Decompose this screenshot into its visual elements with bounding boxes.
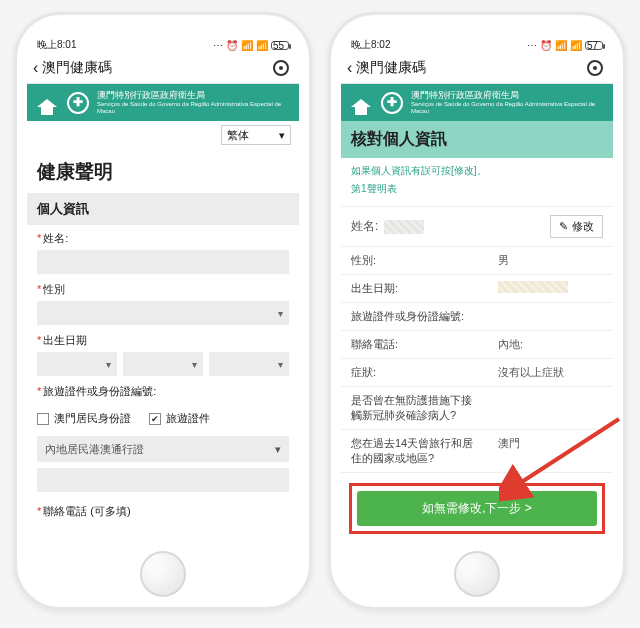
home-icon[interactable] <box>35 91 59 115</box>
table-row: 出生日期: <box>341 275 613 303</box>
table-row: 聯絡電話:內地: <box>341 331 613 359</box>
field-gender: *性別 ▾ <box>27 276 299 327</box>
field-name: *姓名: <box>27 225 299 276</box>
chevron-down-icon: ▾ <box>279 129 285 142</box>
nav-bar: ‹ 澳門健康碼 <box>341 53 613 84</box>
signal-icon: 📶 <box>555 40 567 51</box>
phone-right: 晚上8:02 ⋯ ⏰ 📶 📶 57 ‹ 澳門健康碼 ✚ <box>328 12 626 610</box>
masked-value <box>498 281 568 293</box>
info-table: 性別:男 出生日期: 旅遊證件或身份證編號: 聯絡電話:內地: 症狀:沒有以上症… <box>341 247 613 473</box>
status-icons: ⋯ ⏰ 📶 📶 57 <box>527 40 603 51</box>
dots-icon: ⋯ <box>527 40 537 51</box>
dots-icon: ⋯ <box>213 40 223 51</box>
signal-icon: 📶 <box>241 40 253 51</box>
table-row: 症狀:沒有以上症狀 <box>341 359 613 387</box>
field-phone: *聯絡電話 (可多填) <box>27 498 299 525</box>
section-personal-info: 個人資訊 <box>27 193 299 225</box>
battery-icon: 55 <box>271 41 289 50</box>
gender-select[interactable]: ▾ <box>37 301 289 325</box>
next-step-button[interactable]: 如無需修改,下一步 > <box>357 491 597 526</box>
check-macau-id[interactable]: 澳門居民身份證 <box>37 411 131 426</box>
hint-block: 如果個人資訊有誤可按[修改]。 第1聲明表 <box>341 158 613 202</box>
nav-title: 澳門健康碼 <box>42 59 112 77</box>
header-line1: 澳門特別行政區政府衛生局 <box>97 90 291 101</box>
cta-highlight: 如無需修改,下一步 > <box>349 483 605 534</box>
target-icon[interactable] <box>587 60 603 76</box>
content-right: 核對個人資訊 如果個人資訊有誤可按[修改]。 第1聲明表 姓名: ✎ 修改 <box>341 121 613 543</box>
status-icons: ⋯ ⏰ 📶 📶 55 <box>213 40 289 51</box>
home-button[interactable] <box>140 551 186 597</box>
status-bar: 晚上8:01 ⋯ ⏰ 📶 📶 55 <box>27 35 299 53</box>
page-title: 核對個人資訊 <box>341 121 613 158</box>
health-badge-icon: ✚ <box>381 92 403 114</box>
birth-year-select[interactable]: ▾ <box>37 352 117 376</box>
chevron-down-icon: ▾ <box>275 443 281 456</box>
wifi-icon: 📶 <box>570 40 582 51</box>
header-line2: Serviços de Saúde do Governo da Região A… <box>411 101 605 115</box>
back-icon[interactable]: ‹ <box>33 59 38 77</box>
app-header: ✚ 澳門特別行政區政府衛生局 Serviços de Saúde do Gove… <box>27 84 299 121</box>
alarm-icon: ⏰ <box>226 40 238 51</box>
doc-type-select[interactable]: 內地居民港澳通行證 ▾ <box>37 436 289 462</box>
table-row: 您在過去14天曾旅行和居住的國家或地區?澳門 <box>341 430 613 473</box>
pencil-icon: ✎ <box>559 220 568 233</box>
status-time: 晚上8:02 <box>351 38 390 52</box>
table-row: 旅遊證件或身份證編號: <box>341 303 613 331</box>
name-input[interactable] <box>37 250 289 274</box>
birth-month-select[interactable]: ▾ <box>123 352 203 376</box>
nav-bar: ‹ 澳門健康碼 <box>27 53 299 84</box>
home-button[interactable] <box>454 551 500 597</box>
battery-icon: 57 <box>585 41 603 50</box>
target-icon[interactable] <box>273 60 289 76</box>
doc-number-input[interactable] <box>37 468 289 492</box>
check-travel-doc[interactable]: ✔ 旅遊證件 <box>149 411 210 426</box>
wifi-icon: 📶 <box>256 40 268 51</box>
header-line1: 澳門特別行政區政府衛生局 <box>411 90 605 101</box>
nav-title: 澳門健康碼 <box>356 59 426 77</box>
table-row: 是否曾在無防護措施下接觸新冠肺炎確診病人? <box>341 387 613 430</box>
status-bar: 晚上8:02 ⋯ ⏰ 📶 📶 57 <box>341 35 613 53</box>
alarm-icon: ⏰ <box>540 40 552 51</box>
masked-name <box>384 220 424 234</box>
health-badge-icon: ✚ <box>67 92 89 114</box>
name-row: 姓名: ✎ 修改 <box>341 206 613 247</box>
content-left: 繁体 ▾ 健康聲明 個人資訊 *姓名: *性別 ▾ * <box>27 121 299 543</box>
header-line2: Serviços de Saúde do Governo da Região A… <box>97 101 291 115</box>
birth-day-select[interactable]: ▾ <box>209 352 289 376</box>
edit-button[interactable]: ✎ 修改 <box>550 215 603 238</box>
phone-left: 晚上8:01 ⋯ ⏰ 📶 📶 55 ‹ 澳門健康碼 ✚ <box>14 12 312 610</box>
app-header: ✚ 澳門特別行政區政府衛生局 Serviços de Saúde do Gove… <box>341 84 613 121</box>
screen-right: 晚上8:02 ⋯ ⏰ 📶 📶 57 ‹ 澳門健康碼 ✚ <box>341 35 613 543</box>
table-row: 性別:男 <box>341 247 613 275</box>
status-time: 晚上8:01 <box>37 38 76 52</box>
back-icon[interactable]: ‹ <box>347 59 352 77</box>
page-title: 健康聲明 <box>27 149 299 193</box>
screen-left: 晚上8:01 ⋯ ⏰ 📶 📶 55 ‹ 澳門健康碼 ✚ <box>27 35 299 543</box>
language-select[interactable]: 繁体 ▾ <box>221 125 291 145</box>
field-doc: *旅遊證件或身份證編號: <box>27 378 299 405</box>
home-icon[interactable] <box>349 91 373 115</box>
field-birth: *出生日期 ▾ ▾ ▾ <box>27 327 299 378</box>
